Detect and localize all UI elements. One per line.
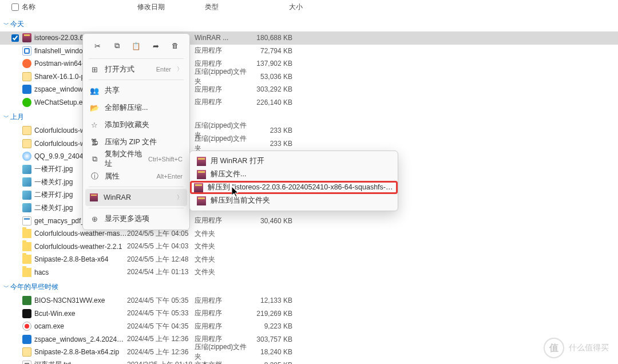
menu-item[interactable]: 📂全部解压缩... bbox=[85, 99, 187, 116]
file-icon bbox=[22, 255, 32, 264]
row-checkbox[interactable] bbox=[11, 34, 22, 42]
file-date: 2024/5/4 上午 01:13 bbox=[127, 267, 195, 277]
group-header[interactable]: ﹀今年的早些时候 bbox=[0, 279, 618, 294]
file-type: 文件夹 bbox=[195, 229, 251, 239]
chevron-right-icon: 〉 bbox=[177, 193, 183, 201]
file-row[interactable]: Colorfulclouds-weather-2.2.12024/5/5 上午 … bbox=[0, 240, 618, 254]
chevron-down-icon: ﹀ bbox=[3, 283, 9, 291]
menu-item[interactable]: ⊞打开方式Enter〉 bbox=[85, 61, 187, 78]
rename-icon[interactable]: 📋 bbox=[130, 39, 142, 52]
file-size: 9,223 KB bbox=[251, 322, 297, 330]
file-row[interactable]: BIOS-N3CN31WW.exe2024/4/5 下午 05:35应用程序12… bbox=[0, 294, 618, 307]
submenu-item[interactable]: 解压文件... bbox=[192, 168, 395, 181]
menu-item-icon: ⧉ bbox=[90, 155, 99, 164]
menu-item[interactable]: 🗜压缩为 ZIP 文件 bbox=[85, 133, 187, 151]
file-icon bbox=[22, 177, 32, 187]
file-icon bbox=[22, 216, 32, 225]
chevron-down-icon: ﹀ bbox=[3, 21, 9, 29]
file-type: 应用程序 bbox=[195, 97, 251, 107]
submenu-item[interactable]: 用 WinRAR 打开 bbox=[192, 155, 395, 168]
file-name: hacs bbox=[34, 268, 127, 276]
chevron-down-icon: ﹀ bbox=[3, 113, 9, 121]
file-type: 文本文档 bbox=[195, 360, 251, 364]
submenu-item-label: 解压文件... bbox=[211, 169, 246, 179]
file-size: 18,240 KB bbox=[251, 348, 297, 356]
col-header-date[interactable]: 修改日期 bbox=[137, 2, 205, 12]
context-menu-body: ⊞打开方式Enter〉👥共享📂全部解压缩...☆添加到收藏夹🗜压缩为 ZIP 文… bbox=[85, 61, 187, 227]
file-type: 文件夹 bbox=[195, 267, 251, 277]
file-row[interactable]: Bcut-Win.exe2024/4/5 下午 05:33应用程序219,269… bbox=[0, 307, 618, 321]
file-row[interactable]: 深夜书屋.txt2024/2/25 上午 01:18文本文档8,385 KB bbox=[0, 359, 618, 365]
file-icon bbox=[22, 46, 32, 56]
winrar-icon bbox=[197, 157, 206, 166]
winrar-submenu: 用 WinRAR 打开解压文件...解压到 "istoreos-22.03.6-… bbox=[189, 151, 398, 211]
menu-separator bbox=[89, 58, 184, 59]
menu-item-label: 全部解压缩... bbox=[105, 103, 183, 113]
context-menu: ✂⧉📋➦🗑 ⊞打开方式Enter〉👥共享📂全部解压缩...☆添加到收藏夹🗜压缩为… bbox=[82, 33, 190, 230]
menu-item[interactable]: ⊕显示更多选项 bbox=[85, 210, 187, 227]
menu-separator bbox=[89, 187, 184, 187]
share-icon[interactable]: ➦ bbox=[149, 39, 162, 52]
cut-icon[interactable]: ✂ bbox=[91, 39, 104, 52]
file-type: 应用程序 bbox=[195, 322, 251, 331]
menu-item[interactable]: 👥共享 bbox=[85, 82, 187, 99]
file-row[interactable]: ocam.exe2024/4/5 下午 04:35应用程序9,223 KB bbox=[0, 320, 618, 333]
file-size: 180,688 KB bbox=[251, 34, 297, 42]
file-date: 2024/5/5 上午 04:05 bbox=[127, 229, 195, 239]
header-checkbox-slot[interactable] bbox=[11, 2, 22, 12]
file-row[interactable]: Snipaste-2.8.8-Beta-x642024/5/5 上午 12:48… bbox=[0, 253, 618, 266]
col-header-name[interactable]: 名称 bbox=[22, 2, 137, 12]
file-icon bbox=[22, 229, 32, 238]
file-date: 2024/4/5 上午 12:36 bbox=[127, 334, 195, 344]
file-date: 2024/2/25 上午 01:18 bbox=[127, 360, 195, 364]
file-date: 2024/4/5 下午 05:33 bbox=[127, 308, 195, 318]
menu-item[interactable]: ⓘ属性Alt+Enter bbox=[85, 168, 187, 185]
menu-item-icon: 🗜 bbox=[90, 137, 99, 147]
file-name: ocam.exe bbox=[34, 322, 127, 330]
menu-item-label: 属性 bbox=[105, 172, 150, 181]
file-icon bbox=[22, 33, 32, 42]
file-type: 应用程序 bbox=[195, 85, 251, 94]
file-row[interactable]: Snipaste-2.8.8-Beta-x64.zip2024/4/5 上午 1… bbox=[0, 346, 618, 359]
file-icon bbox=[22, 296, 32, 305]
menu-item[interactable]: ☆添加到收藏夹 bbox=[85, 116, 187, 133]
winrar-icon bbox=[194, 183, 203, 192]
menu-separator bbox=[89, 208, 184, 208]
menu-item-label: 压缩为 ZIP 文件 bbox=[105, 137, 183, 147]
menu-item-label: 打开方式 bbox=[105, 65, 150, 74]
menu-item[interactable]: WinRAR〉 bbox=[85, 189, 187, 206]
context-menu-toolbar: ✂⧉📋➦🗑 bbox=[85, 36, 187, 57]
copy-icon[interactable]: ⧉ bbox=[110, 39, 123, 52]
menu-item-label: 共享 bbox=[105, 86, 183, 96]
file-icon bbox=[22, 191, 32, 200]
file-type: WinRAR ... bbox=[195, 34, 251, 42]
menu-item-icon: 📂 bbox=[90, 103, 99, 112]
col-header-type[interactable]: 类型 bbox=[205, 2, 262, 12]
column-header-row: 名称 修改日期 类型 大小 bbox=[0, 0, 618, 16]
file-row[interactable]: zspace_windows_2.4.2024020201_02030...20… bbox=[0, 333, 618, 346]
watermark-logo: 值 bbox=[544, 338, 564, 358]
file-size: 8,385 KB bbox=[251, 361, 297, 364]
file-date: 2024/4/5 上午 12:36 bbox=[127, 347, 195, 357]
file-icon bbox=[22, 126, 32, 135]
submenu-item-label: 用 WinRAR 打开 bbox=[211, 156, 264, 166]
file-name: Snipaste-2.8.8-Beta-x64 bbox=[34, 255, 127, 263]
submenu-item[interactable]: 解压到 "istoreos-22.03.6-2024052410-x86-64-… bbox=[190, 181, 398, 194]
menu-item-label: WinRAR bbox=[104, 193, 171, 201]
winrar-icon bbox=[90, 193, 98, 201]
group-header[interactable]: ﹀今天 bbox=[0, 16, 618, 31]
file-type: 压缩(zipped)文件夹 bbox=[195, 342, 251, 362]
col-header-size[interactable]: 大小 bbox=[262, 2, 307, 12]
menu-item[interactable]: ⧉复制文件地址Ctrl+Shift+C bbox=[85, 151, 187, 168]
delete-icon[interactable]: 🗑 bbox=[169, 39, 181, 52]
file-name: BIOS-N3CN31WW.exe bbox=[34, 296, 127, 304]
file-name: Colorfulclouds-weather-master bbox=[34, 230, 127, 238]
file-date: 2024/5/5 上午 04:03 bbox=[127, 242, 195, 251]
chevron-right-icon: 〉 bbox=[177, 65, 183, 73]
file-row[interactable]: hacs2024/5/4 上午 01:13文件夹 bbox=[0, 266, 618, 279]
menu-item-label: 显示更多选项 bbox=[105, 214, 183, 224]
menu-item-icon: ⓘ bbox=[90, 172, 99, 181]
file-date: 2024/5/5 上午 12:48 bbox=[127, 255, 195, 264]
submenu-item[interactable]: 解压到当前文件夹 bbox=[192, 194, 395, 207]
file-type: 应用程序 bbox=[195, 216, 251, 225]
